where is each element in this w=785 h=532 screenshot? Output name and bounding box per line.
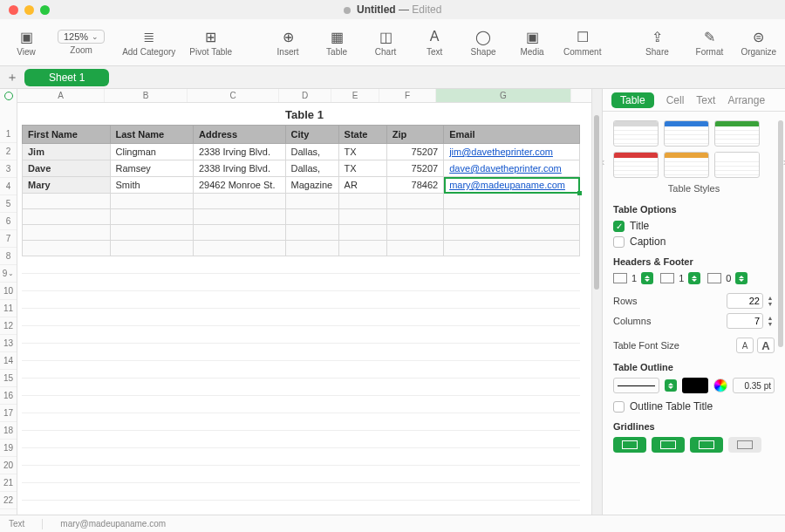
table-cell[interactable]: jim@davetheprinter.com xyxy=(444,144,580,160)
footer-rows-stepper[interactable]: 0 xyxy=(707,272,747,284)
table-cell[interactable] xyxy=(110,194,193,209)
table-style-swatch[interactable] xyxy=(664,120,709,147)
columns-stepper[interactable]: ▲▼ xyxy=(766,315,775,327)
table-cell[interactable] xyxy=(444,225,580,241)
table-cell[interactable] xyxy=(23,225,111,241)
table-cell[interactable]: dave@davetheprinter.com xyxy=(444,160,580,177)
table-cell[interactable]: Ramsey xyxy=(110,160,193,177)
gridlines-option-4[interactable] xyxy=(728,437,761,453)
outline-style-stepper[interactable] xyxy=(665,379,677,392)
table-style-swatch[interactable] xyxy=(714,152,760,178)
table-cell[interactable] xyxy=(23,241,111,256)
zoom-control[interactable]: 125% ⌄ Zoom xyxy=(58,28,105,57)
table-cell[interactable]: Jim xyxy=(23,144,111,160)
table-cell[interactable] xyxy=(444,194,580,209)
row-header[interactable]: 20 xyxy=(0,457,17,474)
table-header-cell[interactable]: First Name xyxy=(23,126,111,144)
table-cell[interactable]: AR xyxy=(338,177,386,194)
table-cell[interactable]: 2338 Irving Blvd. xyxy=(194,144,286,160)
row-header[interactable]: 11 xyxy=(0,300,17,317)
table-cell[interactable]: 75207 xyxy=(386,160,443,177)
table-header-cell[interactable]: Email xyxy=(444,126,580,144)
table-button[interactable]: ▦Table xyxy=(319,28,354,57)
organize-button[interactable]: ⊜Organize xyxy=(741,28,776,57)
comment-button[interactable]: ☐Comment xyxy=(563,28,601,57)
rows-stepper[interactable]: ▲▼ xyxy=(766,295,775,307)
table-header-cell[interactable]: State xyxy=(338,126,386,144)
tab-table[interactable]: Table xyxy=(611,92,654,108)
title-checkbox[interactable]: ✓ xyxy=(613,221,625,232)
row-header[interactable]: 19 xyxy=(0,440,17,457)
table-title[interactable]: Table 1 xyxy=(17,103,591,125)
table-cell[interactable] xyxy=(386,241,443,256)
gridlines-option-3[interactable] xyxy=(690,437,723,453)
outline-width-field[interactable]: 0.35 pt xyxy=(733,378,775,393)
row-header[interactable]: 13 xyxy=(0,335,17,352)
tab-text[interactable]: Text xyxy=(696,94,715,106)
row-header[interactable]: 2 xyxy=(0,143,17,160)
table-cell[interactable] xyxy=(23,194,111,209)
table-cell[interactable] xyxy=(386,194,443,209)
outline-color-picker-button[interactable] xyxy=(713,379,727,392)
table-cell[interactable]: Dave xyxy=(23,160,111,177)
row-header[interactable]: 18 xyxy=(0,422,17,440)
row-header[interactable]: 12 xyxy=(0,317,17,335)
table-cell[interactable] xyxy=(110,209,193,225)
chart-button[interactable]: ◫Chart xyxy=(368,28,403,57)
table-cell[interactable] xyxy=(194,241,286,256)
media-button[interactable]: ▣Media xyxy=(515,28,550,57)
row-header[interactable]: 8 xyxy=(0,248,17,265)
table-cell[interactable]: Smith xyxy=(110,177,193,194)
column-header-f[interactable]: F xyxy=(379,89,436,102)
vertical-scrollbar[interactable] xyxy=(591,89,602,515)
column-header-b[interactable]: B xyxy=(105,89,188,102)
table-cell[interactable] xyxy=(285,241,338,256)
table-header-cell[interactable]: Address xyxy=(194,126,286,144)
outline-style-select[interactable] xyxy=(613,378,659,393)
table-header-cell[interactable]: City xyxy=(285,126,338,144)
table-style-swatch[interactable] xyxy=(613,152,659,178)
table-cell[interactable] xyxy=(23,209,111,225)
header-rows-stepper[interactable]: 1 xyxy=(613,272,653,284)
column-header-c[interactable]: C xyxy=(188,89,279,102)
row-header[interactable]: 1 xyxy=(0,126,17,143)
row-header[interactable]: 7 xyxy=(0,230,17,248)
shape-button[interactable]: ◯Shape xyxy=(466,28,501,57)
table-cell[interactable]: 75207 xyxy=(386,144,443,160)
view-button[interactable]: ▣ View xyxy=(9,28,44,57)
table-cell[interactable] xyxy=(444,241,580,256)
table-cell[interactable] xyxy=(444,209,580,225)
stepper-icon[interactable] xyxy=(688,272,700,284)
column-header-g[interactable]: G xyxy=(436,89,571,102)
table-cell[interactable] xyxy=(110,225,193,241)
table-cell[interactable] xyxy=(386,209,443,225)
table-cell[interactable] xyxy=(194,194,286,209)
table-cell[interactable]: Mary xyxy=(23,177,111,194)
table-cell[interactable] xyxy=(194,209,286,225)
select-all-corner[interactable] xyxy=(0,89,17,103)
row-header[interactable]: 3 xyxy=(0,160,17,178)
table-cell[interactable]: Magazine xyxy=(285,177,338,194)
styles-prev-button[interactable]: ‹ xyxy=(603,155,604,168)
row-header[interactable]: 21 xyxy=(0,474,17,492)
table-cell[interactable] xyxy=(386,225,443,241)
table-cell[interactable]: mary@madeupaname.com xyxy=(444,177,580,194)
row-header[interactable]: 15 xyxy=(0,370,17,387)
table-style-swatch[interactable] xyxy=(613,120,659,147)
gridlines-option-1[interactable] xyxy=(613,437,646,453)
table-cell[interactable] xyxy=(338,194,386,209)
table-style-swatch[interactable] xyxy=(664,152,709,178)
font-size-decrease-button[interactable]: A xyxy=(736,338,754,353)
pivot-table-button[interactable]: ⊞ Pivot Table xyxy=(189,28,232,57)
outline-color-well[interactable] xyxy=(682,378,708,393)
table-cell[interactable]: Dallas, xyxy=(285,144,338,160)
row-header[interactable]: 22 xyxy=(0,492,17,509)
outline-title-checkbox[interactable] xyxy=(613,401,625,413)
column-header-d[interactable]: D xyxy=(279,89,331,102)
column-header-e[interactable]: E xyxy=(331,89,379,102)
table-cell[interactable]: TX xyxy=(338,160,386,177)
add-category-button[interactable]: ≣ Add Category xyxy=(122,28,175,57)
row-header[interactable]: 6 xyxy=(0,213,17,230)
add-sheet-button[interactable]: ＋ xyxy=(5,71,19,85)
row-header[interactable]: 5 xyxy=(0,195,17,213)
